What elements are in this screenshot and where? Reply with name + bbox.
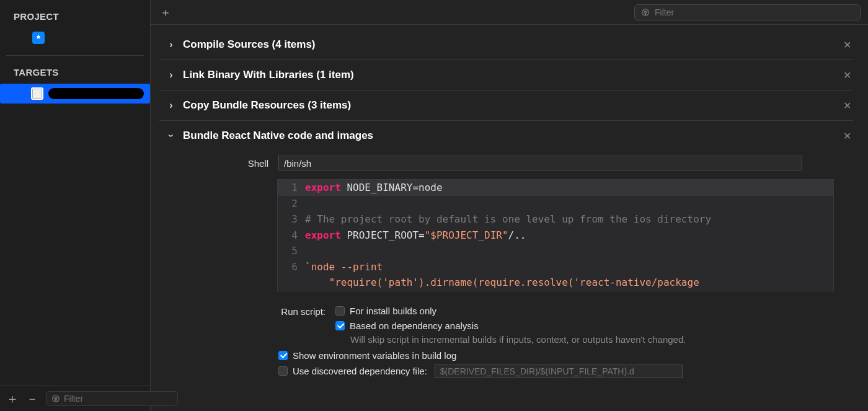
sidebar-filter-field[interactable] bbox=[46, 391, 178, 406]
phase-compile-sources: › Compile Sources (4 items) ✕ bbox=[159, 30, 853, 60]
topbar-filter-field[interactable] bbox=[634, 4, 861, 20]
shell-row: Shell bbox=[167, 153, 853, 173]
use-discovered-checkbox[interactable] bbox=[278, 366, 288, 376]
dependency-analysis-checkbox[interactable] bbox=[335, 321, 345, 330]
filter-icon bbox=[641, 8, 650, 17]
sidebar-filter-input[interactable] bbox=[64, 394, 172, 404]
show-env-checkbox[interactable] bbox=[278, 351, 288, 360]
use-discovered-row: Use discovered dependency file: bbox=[151, 363, 853, 380]
use-discovered-text: Use discovered dependency file: bbox=[293, 366, 427, 376]
phase-header[interactable]: › Compile Sources (4 items) ✕ bbox=[167, 38, 853, 51]
dependency-analysis-text: Based on dependency analysis bbox=[350, 320, 479, 331]
remove-phase-button[interactable]: ✕ bbox=[841, 69, 853, 81]
run-script-label: Run script: bbox=[167, 306, 328, 317]
shell-input[interactable] bbox=[278, 156, 802, 170]
remove-phase-button[interactable]: ✕ bbox=[841, 99, 853, 112]
phase-link-binary: › Link Binary With Libraries (1 item) ✕ bbox=[159, 60, 853, 91]
phase-header[interactable]: › Link Binary With Libraries (1 item) ✕ bbox=[167, 69, 853, 81]
remove-phase-button[interactable]: ✕ bbox=[841, 130, 853, 142]
chevron-right-icon: › bbox=[167, 100, 175, 111]
script-options: Run script: For install builds only Base… bbox=[167, 304, 853, 380]
build-phases-content[interactable]: › Compile Sources (4 items) ✕ › Link Bin… bbox=[151, 25, 868, 411]
install-only-text: For install builds only bbox=[350, 306, 436, 316]
project-row[interactable] bbox=[0, 28, 150, 50]
show-env-row: Show environment variables in build log bbox=[151, 348, 853, 363]
script-editor[interactable]: 1export NODE_BINARY=node23# The project … bbox=[277, 179, 834, 291]
dependency-analysis-note: Will skip script in incremental builds i… bbox=[167, 333, 853, 348]
discovered-dependency-input[interactable] bbox=[435, 365, 683, 378]
sidebar: PROJECT TARGETS ＋ － bbox=[0, 0, 151, 411]
targets-section-label: TARGETS bbox=[0, 56, 150, 84]
shell-label: Shell bbox=[167, 158, 271, 169]
sidebar-footer: ＋ － bbox=[0, 386, 150, 411]
chevron-right-icon: › bbox=[167, 39, 175, 50]
remove-phase-button[interactable]: ✕ bbox=[841, 38, 853, 51]
run-script-row: Run script: For install builds only bbox=[167, 304, 853, 319]
phase-title: Link Binary With Libraries (1 item) bbox=[183, 69, 354, 81]
project-section-label: PROJECT bbox=[0, 0, 150, 28]
add-target-button[interactable]: ＋ bbox=[6, 392, 19, 405]
phase-title: Copy Bundle Resources (3 items) bbox=[183, 99, 351, 112]
remove-target-button[interactable]: － bbox=[26, 392, 38, 405]
show-env-text: Show environment variables in build log bbox=[293, 350, 456, 361]
phase-title: Bundle React Native code and images bbox=[183, 130, 373, 142]
target-name-redacted bbox=[48, 88, 144, 99]
chevron-down-icon: › bbox=[166, 131, 177, 140]
install-only-checkbox[interactable] bbox=[335, 306, 345, 316]
filter-icon bbox=[51, 394, 60, 403]
phase-header[interactable]: › Bundle React Native code and images ✕ bbox=[167, 130, 853, 142]
app-store-icon bbox=[32, 32, 45, 44]
chevron-right-icon: › bbox=[167, 69, 175, 81]
main-pane: ＋ › Compile Sources (4 items) ✕ › Link B… bbox=[151, 0, 868, 411]
add-phase-button[interactable]: ＋ bbox=[158, 5, 173, 20]
topbar-filter-input[interactable] bbox=[655, 7, 854, 17]
target-row-selected[interactable] bbox=[0, 84, 150, 104]
dependency-analysis-row: Based on dependency analysis bbox=[167, 319, 853, 333]
phase-title: Compile Sources (4 items) bbox=[183, 38, 316, 51]
phase-copy-bundle-resources: › Copy Bundle Resources (3 items) ✕ bbox=[159, 91, 853, 121]
phase-body: Shell 1export NODE_BINARY=node23# The pr… bbox=[167, 142, 853, 380]
phase-header[interactable]: › Copy Bundle Resources (3 items) ✕ bbox=[167, 99, 853, 112]
phase-bundle-react-native: › Bundle React Native code and images ✕ … bbox=[159, 121, 853, 389]
topbar: ＋ bbox=[151, 0, 868, 25]
target-app-icon bbox=[31, 87, 43, 100]
